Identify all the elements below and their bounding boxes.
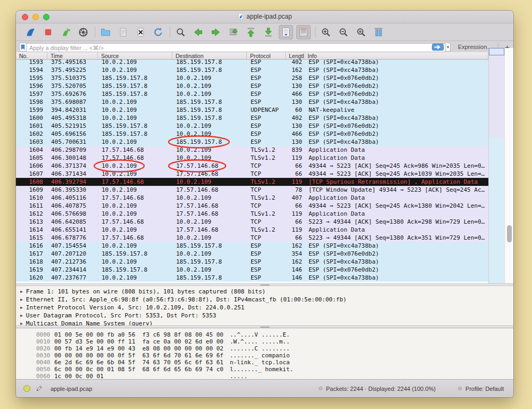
packet-source-cell: 10.0.2.109 (98, 210, 172, 218)
packet-row[interactable]: 1607406.37143410.0.2.10917.57.146.68TCP6… (16, 170, 488, 178)
save-file-button[interactable] (116, 25, 130, 39)
capture-comment-button[interactable] (36, 385, 51, 393)
zoom-in-button[interactable] (319, 25, 333, 39)
packet-destination-cell: 10.0.2.109 (172, 178, 247, 186)
resize-columns-button[interactable] (371, 25, 386, 39)
intelligent-scrollbar[interactable] (488, 48, 504, 283)
scrollbar-thumb[interactable] (507, 225, 512, 242)
hex-row[interactable]: 001000 57 d3 5e 00 00 ff 11 fa ce 0a 00 … (16, 338, 513, 345)
zoom-original-button[interactable] (354, 25, 368, 39)
stop-capture-button[interactable] (41, 25, 55, 39)
arrow-down-bar-icon (263, 27, 274, 38)
packet-protocol-cell: TCP (247, 186, 286, 194)
column-header-no[interactable]: No. (16, 52, 47, 59)
packet-info-cell: ESP (SPI=0xc4a738ba) (304, 242, 488, 250)
hex-row[interactable]: 002000 fb 14 e9 14 e9 00 43 e8 08 00 00 … (16, 345, 513, 352)
packet-destination-cell: 185.159.157.8 (172, 138, 247, 146)
packet-time-cell: 407.237677 (47, 274, 98, 282)
open-file-button[interactable] (98, 25, 113, 39)
capture-options-button[interactable] (76, 25, 90, 39)
go-to-packet-button[interactable] (226, 25, 240, 39)
packet-row[interactable]: 1610406.40511617.57.146.6810.0.2.109TLSv… (16, 194, 488, 202)
packet-row[interactable]: 1616407.15455410.0.2.109185.159.157.8ESP… (16, 242, 488, 250)
packet-row[interactable]: 1618407.21273610.0.2.109185.159.157.8ESP… (16, 258, 488, 266)
packet-row[interactable]: 1603405.70063110.0.2.109185.159.157.8ESP… (16, 138, 488, 146)
packet-row[interactable]: 1595375.510375185.159.157.810.0.2.109ESP… (16, 74, 488, 82)
hex-row[interactable]: 003000 00 00 00 00 00 0f 5f 63 6f 6d 70 … (16, 352, 513, 359)
packet-length-cell: 130 (286, 98, 304, 106)
hex-row[interactable]: 000001 00 5e 00 00 fb a0 56 f3 c6 98 8f … (16, 331, 513, 338)
packet-row[interactable]: 1601405.521915185.159.157.810.0.2.109ESP… (16, 122, 488, 130)
packet-row[interactable]: 1609406.39533010.0.2.10917.57.146.68TCP7… (16, 186, 488, 194)
packet-row[interactable]: 1613406.64208517.57.146.6810.0.2.109TCP6… (16, 218, 488, 226)
packet-length-cell: 66 (286, 218, 304, 226)
apply-filter-button[interactable] (431, 44, 445, 51)
packet-row[interactable]: 1594375.49522510.0.2.109185.159.157.8ESP… (16, 66, 488, 74)
column-header-destination[interactable]: Destination (172, 52, 247, 59)
go-forward-button[interactable] (209, 25, 223, 39)
expert-info-button[interactable] (23, 385, 30, 392)
packet-row[interactable]: 1596375.520705185.159.157.810.0.2.109ESP… (16, 82, 488, 90)
packet-row[interactable]: 1615406.67877617.57.146.6810.0.2.109TCP6… (16, 234, 488, 242)
display-filter-input[interactable] (27, 43, 446, 52)
expand-triangle-icon[interactable]: ▶ (20, 313, 23, 318)
detail-row[interactable]: ▶Ethernet II, Src: Apple_c6:98:8f (a0:56… (20, 296, 513, 304)
find-packet-button[interactable] (173, 25, 188, 39)
packet-source-cell: 10.0.2.109 (98, 170, 172, 178)
packet-row[interactable]: 1612406.57669810.0.2.10917.57.146.68TLSv… (16, 210, 488, 218)
packet-row[interactable]: 1602405.696156185.159.157.810.0.2.109ESP… (16, 130, 488, 138)
expression-button[interactable]: Expression… (458, 44, 493, 50)
hex-row[interactable]: 00406e 2d 6c 69 6e 6b 04 5f 74 63 70 05 … (16, 359, 513, 366)
go-back-button[interactable] (191, 25, 205, 39)
packet-row[interactable]: 1608406.39279417.57.146.6810.0.2.109TLSv… (16, 178, 488, 186)
detail-row[interactable]: ▶User Datagram Protocol, Src Port: 5353,… (20, 312, 513, 320)
start-capture-button[interactable] (23, 25, 38, 39)
reload-file-button[interactable] (151, 25, 165, 39)
restart-capture-button[interactable] (59, 25, 73, 39)
packet-protocol-cell: TLSv1.2 (247, 178, 286, 186)
hex-row[interactable]: 00506c 00 00 0c 00 01 08 5f 68 6f 6d 65 … (16, 366, 513, 373)
packet-row[interactable]: 1611406.40787510.0.2.10917.57.146.68TCP6… (16, 202, 488, 210)
filter-history-dropdown[interactable]: ▼ (446, 43, 451, 52)
packet-row[interactable]: 1620407.23767710.0.2.109185.159.157.8ESP… (16, 274, 488, 282)
status-profile[interactable]: Profile: Default (466, 386, 504, 392)
packet-row[interactable]: 1606406.37137410.0.2.10917.57.146.68TCP6… (16, 162, 488, 170)
colorize-packets-button[interactable] (296, 25, 311, 39)
column-header-length[interactable]: Length (286, 52, 304, 59)
column-header-info[interactable]: Info (304, 52, 488, 59)
packet-row[interactable]: 1599394.84203110.0.2.109185.159.157.8UDP… (16, 106, 488, 114)
auto-scroll-button[interactable] (279, 25, 293, 39)
packet-time-cell: 407.154554 (47, 242, 98, 250)
filter-bookmark-button[interactable] (19, 43, 27, 52)
detail-row[interactable]: ▶Frame 1: 101 bytes on wire (808 bits), … (20, 288, 513, 296)
packet-no-cell: 1609 (16, 186, 47, 194)
expand-triangle-icon[interactable]: ▶ (20, 305, 23, 310)
packet-row[interactable]: 1598375.69808710.0.2.109185.159.157.8ESP… (16, 98, 488, 106)
zoom-out-button[interactable] (336, 25, 351, 39)
packet-row[interactable]: 1605406.30014817.57.146.6810.0.2.109TLSv… (16, 154, 488, 162)
expand-triangle-icon[interactable]: ▶ (20, 289, 23, 294)
go-last-packet-button[interactable] (261, 25, 276, 39)
packet-row[interactable]: 1619407.234414185.159.157.810.0.2.109ESP… (16, 266, 488, 274)
packet-no-cell: 1594 (16, 66, 47, 74)
packet-row[interactable]: 1617407.207120185.159.157.810.0.2.109ESP… (16, 250, 488, 258)
colorize-lines-icon (298, 27, 309, 38)
packet-row[interactable]: 1604406.29870917.57.146.6810.0.2.109TLSv… (16, 146, 488, 154)
packet-row[interactable]: 1593375.49516310.0.2.109185.159.157.8ESP… (16, 60, 488, 66)
vertical-scrollbar[interactable] (504, 48, 513, 283)
detail-row[interactable]: ▶Internet Protocol Version 4, Src: 10.0.… (20, 304, 513, 312)
close-file-button[interactable] (134, 25, 148, 39)
go-first-packet-button[interactable] (244, 25, 258, 39)
packet-row[interactable]: 1600405.49531810.0.2.109185.159.157.8ESP… (16, 114, 488, 122)
column-header-protocol[interactable]: Protocol (247, 52, 286, 59)
packet-protocol-cell: TLSv1.2 (247, 154, 286, 162)
expand-triangle-icon[interactable]: ▶ (20, 297, 23, 302)
wireshark-doc-icon (237, 13, 244, 20)
packet-row[interactable]: 1614406.65514110.0.2.10917.57.146.68TLSv… (16, 226, 488, 234)
magnifier-icon (175, 27, 186, 38)
packet-row[interactable]: 1597375.692676185.159.157.810.0.2.109ESP… (16, 90, 488, 98)
packet-destination-cell: 17.57.146.68 (172, 162, 247, 170)
column-header-source[interactable]: Source (98, 52, 172, 59)
column-header-time[interactable]: Time (47, 52, 98, 59)
packet-length-cell: 130 (286, 122, 304, 130)
